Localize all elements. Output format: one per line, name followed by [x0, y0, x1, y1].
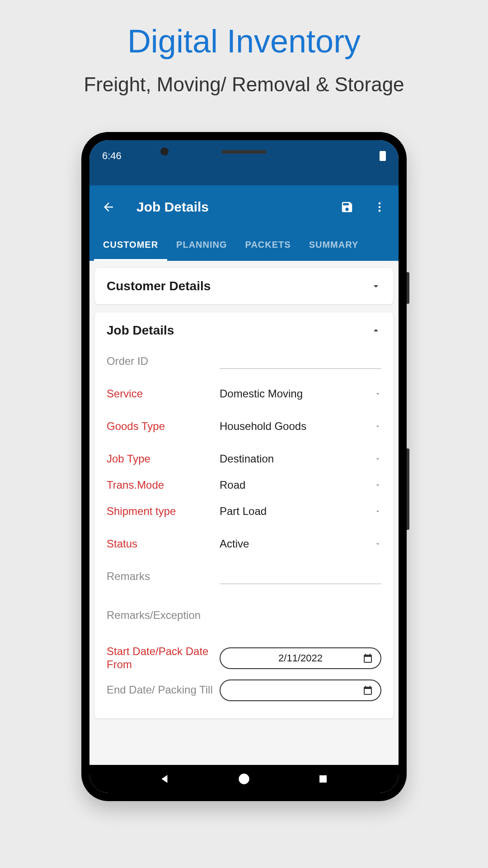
content: Customer Details Job Details Order ID — [89, 261, 399, 765]
app-bar-title: Job Details — [136, 199, 339, 215]
service-select[interactable]: Domestic Moving — [220, 387, 381, 400]
chevron-down-icon — [374, 481, 381, 489]
job-type-label: Job Type — [107, 453, 220, 465]
goods-type-value: Household Goods — [220, 420, 306, 433]
service-value: Domestic Moving — [220, 387, 303, 400]
remarks-exception-label: Remarks/Exception — [107, 609, 220, 622]
calendar-icon — [362, 685, 373, 696]
chevron-down-icon — [374, 508, 381, 515]
trans-mode-value: Road — [220, 479, 245, 491]
customer-details-title: Customer Details — [107, 279, 211, 293]
svg-point-3 — [239, 774, 249, 784]
svg-point-2 — [379, 209, 381, 212]
square-recents-icon — [318, 774, 328, 784]
chevron-down-icon — [371, 281, 381, 292]
page-title: Digital Inventory — [0, 23, 488, 60]
app-bar: Job Details — [89, 185, 399, 228]
chevron-down-icon — [374, 540, 381, 547]
status-select[interactable]: Active — [220, 538, 381, 550]
save-button[interactable] — [339, 199, 355, 215]
job-type-select[interactable]: Destination — [220, 453, 381, 465]
status-value: Active — [220, 538, 249, 550]
start-date-value: 2/11/2022 — [278, 652, 323, 664]
trans-mode-select[interactable]: Road — [220, 479, 381, 491]
more-button[interactable] — [371, 199, 388, 215]
goods-type-label: Goods Type — [107, 420, 220, 433]
chevron-up-icon — [371, 325, 381, 336]
goods-type-select[interactable]: Household Goods — [220, 420, 381, 433]
calendar-icon — [362, 653, 373, 664]
battery-icon — [380, 151, 386, 161]
tab-planning[interactable]: PLANNING — [167, 228, 236, 261]
circle-home-icon — [238, 773, 250, 785]
tab-customer[interactable]: CUSTOMER — [94, 228, 167, 261]
job-type-value: Destination — [220, 453, 274, 465]
tab-packets[interactable]: PACKETS — [236, 228, 300, 261]
remarks-label: Remarks — [107, 570, 220, 583]
customer-details-header[interactable]: Customer Details — [95, 268, 393, 304]
chevron-down-icon — [374, 423, 381, 430]
customer-details-card: Customer Details — [95, 268, 393, 304]
svg-rect-4 — [319, 775, 327, 783]
status-bar: 6:46 — [89, 140, 399, 185]
start-date-label: Start Date/Pack Date From — [107, 645, 220, 671]
phone-frame: 6:46 Job Details CUSTOMER PLANNING PACKE… — [81, 132, 407, 801]
order-id-input[interactable] — [220, 354, 381, 369]
back-button[interactable] — [100, 199, 117, 215]
service-label: Service — [107, 387, 220, 400]
chevron-down-icon — [374, 390, 381, 397]
tabs: CUSTOMER PLANNING PACKETS SUMMARY — [89, 228, 399, 261]
more-vert-icon — [373, 201, 386, 213]
nav-home-button[interactable] — [237, 772, 251, 786]
svg-point-0 — [379, 202, 381, 204]
arrow-back-icon — [102, 200, 115, 214]
shipment-type-value: Part Load — [220, 505, 267, 518]
start-date-input[interactable]: 2/11/2022 — [220, 647, 381, 669]
nav-recents-button[interactable] — [316, 772, 330, 786]
triangle-back-icon — [159, 773, 171, 785]
chevron-down-icon — [374, 455, 381, 462]
android-nav-bar — [89, 765, 399, 793]
status-label: Status — [107, 538, 220, 550]
save-icon — [340, 200, 354, 214]
order-id-label: Order ID — [107, 355, 220, 368]
remarks-input[interactable] — [220, 569, 381, 584]
nav-back-button[interactable] — [158, 772, 172, 786]
status-time: 6:46 — [102, 150, 122, 162]
end-date-input[interactable] — [220, 679, 381, 701]
trans-mode-label: Trans.Mode — [107, 479, 220, 491]
job-details-title: Job Details — [107, 323, 174, 338]
shipment-type-select[interactable]: Part Load — [220, 505, 381, 518]
job-details-card: Job Details Order ID Service Domestic Mo… — [95, 312, 393, 718]
shipment-type-label: Shipment type — [107, 505, 220, 518]
tab-summary[interactable]: SUMMARY — [300, 228, 368, 261]
job-details-header[interactable]: Job Details — [95, 312, 393, 349]
end-date-label: End Date/ Packing Till — [107, 684, 220, 697]
svg-point-1 — [379, 206, 381, 208]
page-subtitle: Freight, Moving/ Removal & Storage — [0, 73, 488, 96]
